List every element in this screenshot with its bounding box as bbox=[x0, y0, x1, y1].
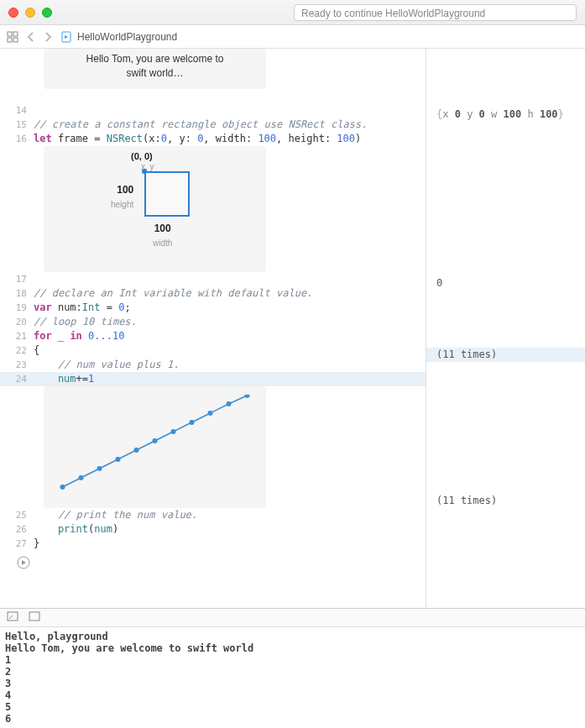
traffic-lights bbox=[8, 8, 52, 18]
greeting-line-1: Hello Tom, you are welcome to bbox=[52, 52, 258, 66]
svg-point-13 bbox=[208, 411, 213, 416]
svg-point-5 bbox=[60, 484, 65, 490]
title-field[interactable]: Ready to continue HelloWorldPlayground bbox=[294, 4, 577, 21]
run-play-icon[interactable] bbox=[17, 556, 30, 569]
svg-point-7 bbox=[97, 466, 102, 471]
console-toggle-icon[interactable] bbox=[7, 611, 18, 624]
related-items-icon[interactable] bbox=[7, 31, 18, 43]
breadcrumb-filename: HelloWorldPlayground bbox=[77, 31, 177, 43]
code-line-16: 16 let frame = NSRect(x:0, y: 0, width: … bbox=[0, 132, 426, 146]
svg-point-11 bbox=[171, 429, 176, 434]
code-editor[interactable]: Hello Tom, you are welcome to swift worl… bbox=[0, 49, 426, 608]
back-icon[interactable] bbox=[27, 32, 35, 42]
svg-rect-18 bbox=[29, 612, 39, 621]
result-times-b: (11 times) bbox=[426, 494, 585, 508]
svg-point-14 bbox=[227, 401, 232, 406]
svg-rect-0 bbox=[8, 32, 12, 36]
close-icon[interactable] bbox=[8, 8, 18, 18]
console-output[interactable]: Hello, playground Hello Tom, you are wel… bbox=[0, 627, 585, 728]
svg-point-8 bbox=[116, 457, 121, 462]
playground-file-icon bbox=[60, 31, 72, 43]
forward-icon[interactable] bbox=[44, 32, 52, 42]
main-area: Hello Tom, you are welcome to swift worl… bbox=[0, 49, 585, 609]
svg-rect-2 bbox=[8, 38, 12, 42]
code-line-25: 25 // print the num value. bbox=[0, 508, 426, 522]
rect-width-label: 100 width bbox=[153, 222, 172, 250]
debug-area-icon[interactable] bbox=[29, 611, 40, 624]
inline-result-chart bbox=[44, 386, 266, 508]
zoom-icon[interactable] bbox=[42, 8, 52, 18]
svg-rect-1 bbox=[13, 32, 18, 36]
code-line-20: 20// loop 10 times. bbox=[0, 315, 426, 329]
rect-box-icon bbox=[144, 171, 190, 217]
greeting-line-2: swift world… bbox=[52, 66, 258, 81]
minimize-icon[interactable] bbox=[25, 8, 35, 18]
result-zero: 0 bbox=[426, 276, 585, 291]
code-line-19: 19 var num:Int = 0; bbox=[0, 301, 426, 315]
breadcrumb[interactable]: HelloWorldPlayground bbox=[60, 31, 177, 43]
navigation-toolbar: HelloWorldPlayground bbox=[0, 25, 585, 49]
code-line-21: 21 for _ in 0...10 bbox=[0, 329, 426, 343]
inline-result-rect: (0, 0) x, y 100 height 100 width bbox=[44, 146, 266, 272]
svg-rect-3 bbox=[13, 38, 18, 42]
code-line-26: 26 print(num) bbox=[0, 522, 426, 537]
results-sidebar: {x 0 y 0 w 100 h 100} 0 (11 times) (11 t… bbox=[426, 49, 585, 608]
code-line-17: 17 bbox=[0, 272, 426, 286]
rect-height-label: 100 height bbox=[111, 183, 133, 212]
console-toolbar bbox=[0, 609, 585, 627]
code-line-24: 24 num+=1 bbox=[0, 372, 426, 386]
line-chart-icon bbox=[44, 386, 266, 504]
svg-point-6 bbox=[79, 475, 84, 480]
code-line-15: 15// create a constant rectangle object … bbox=[0, 118, 426, 132]
result-rect: {x 0 y 0 w 100 h 100} bbox=[426, 107, 585, 122]
svg-point-15 bbox=[245, 393, 250, 398]
code-line-23: 23 // num value plus 1. bbox=[0, 358, 426, 372]
svg-rect-17 bbox=[8, 612, 18, 621]
code-line-18: 18// declare an Int variable with defaul… bbox=[0, 286, 426, 301]
code-line-22: 22{ bbox=[0, 343, 426, 358]
result-times-a: (11 times) bbox=[426, 348, 585, 362]
svg-point-10 bbox=[153, 438, 158, 443]
window-titlebar: Ready to continue HelloWorldPlayground bbox=[0, 0, 585, 25]
code-line-27: 27} bbox=[0, 537, 426, 551]
svg-point-9 bbox=[134, 448, 139, 453]
code-line-14: 14 bbox=[0, 103, 426, 118]
inline-result-greeting: Hello Tom, you are welcome to swift worl… bbox=[44, 49, 266, 89]
svg-point-12 bbox=[190, 420, 195, 425]
